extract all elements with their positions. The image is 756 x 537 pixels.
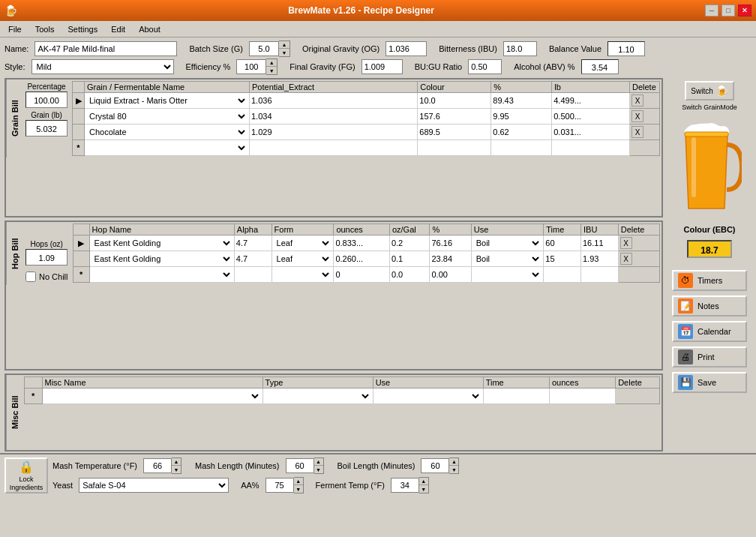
efficiency-up[interactable]: ▲: [266, 59, 277, 67]
yeast-select[interactable]: Safale S-04: [79, 478, 229, 493]
no-chill-label: No Chill: [39, 272, 68, 281]
hop-row-2: East Kent Golding 4.7 Leaf 0.260... 0.1 …: [73, 251, 659, 267]
lock-label: Lock Ingredients: [6, 476, 46, 492]
boil-length-up[interactable]: ▲: [449, 458, 458, 466]
hop-col-pct: %: [430, 224, 471, 236]
bu-gu-input[interactable]: [468, 59, 502, 74]
batch-size-label: Batch Size (G): [189, 44, 243, 53]
menu-settings[interactable]: Settings: [61, 22, 104, 36]
minimize-button[interactable]: ─: [705, 4, 718, 16]
colour-label: Colour (EBC): [683, 225, 735, 234]
hop-form-2[interactable]: Leaf: [272, 251, 334, 267]
grain-delete-3[interactable]: X: [630, 124, 660, 140]
balance-value: 1.10: [608, 41, 645, 56]
grain-cell-colour-3: 689.5: [418, 124, 491, 140]
boil-length-down[interactable]: ▼: [449, 466, 458, 473]
aa-down[interactable]: ▼: [294, 485, 303, 493]
efficiency-down[interactable]: ▼: [266, 67, 277, 74]
grain-cell-name-2[interactable]: Crystal 80: [85, 109, 250, 124]
svg-rect-4: [692, 137, 696, 197]
efficiency-input[interactable]: [236, 59, 266, 74]
aa-up[interactable]: ▲: [294, 478, 303, 485]
batch-size-input[interactable]: [249, 41, 279, 56]
mash-temp-down[interactable]: ▼: [172, 466, 181, 473]
misc-use-new[interactable]: [373, 388, 483, 404]
hop-name-1[interactable]: East Kent Golding: [89, 236, 234, 251]
ferment-temp-up[interactable]: ▲: [419, 478, 428, 485]
hop-bill-title: Hop Bill: [6, 222, 22, 285]
notes-icon: 📝: [678, 298, 693, 314]
grain-cell-name-1[interactable]: Liquid Extract - Maris Otter: [85, 93, 250, 109]
hop-delete-2[interactable]: X: [618, 251, 659, 267]
switch-grain-button[interactable]: Switch 🍺: [685, 81, 734, 100]
grain-row-arrow-2: [73, 109, 85, 124]
grain-cell-extract-1: 1.036: [250, 93, 418, 109]
notes-label: Notes: [698, 302, 719, 310]
grain-cell-name-3[interactable]: Chocolate: [85, 124, 250, 140]
hop-alpha-new: [234, 267, 272, 283]
boil-length-input[interactable]: [421, 458, 449, 473]
hop-col-ounces: ounces: [334, 224, 390, 236]
og-input[interactable]: [386, 41, 427, 56]
mash-length-up[interactable]: ▲: [314, 458, 323, 466]
bitterness-input[interactable]: [503, 41, 537, 56]
grain-cell-lb-1: 4.499...: [552, 93, 630, 109]
mash-length-input[interactable]: [286, 458, 314, 473]
menu-tools[interactable]: Tools: [28, 22, 62, 36]
grain-delete-2[interactable]: X: [630, 109, 660, 124]
timers-button[interactable]: ⏱ Timers: [672, 270, 747, 291]
mash-temp-input[interactable]: [143, 458, 172, 473]
name-input[interactable]: [34, 41, 177, 56]
grain-delete-1[interactable]: X: [630, 93, 660, 109]
boil-length-spin: ▲ ▼: [421, 458, 459, 474]
misc-type-new[interactable]: [262, 388, 373, 404]
aa-input[interactable]: [266, 478, 294, 493]
beer-mug: [678, 118, 742, 218]
mash-length-down[interactable]: ▼: [314, 466, 323, 473]
menu-file[interactable]: File: [2, 22, 28, 36]
hop-ounces-2: 0.260...: [334, 251, 390, 267]
hop-use-new[interactable]: [471, 267, 544, 283]
hop-form-new[interactable]: [272, 267, 334, 283]
menu-bar: File Tools Settings Edit About: [0, 21, 756, 38]
abv-label: Alcohol (ABV) %: [514, 62, 574, 71]
mash-temp-up[interactable]: ▲: [172, 458, 181, 466]
grain-row-arrow-1: ▶: [73, 93, 85, 109]
ferment-temp-down[interactable]: ▼: [419, 485, 428, 493]
misc-name-new[interactable]: [42, 388, 262, 404]
grain-cell-name-new[interactable]: [85, 140, 250, 156]
grain-cell-pct-1: 89.43: [491, 93, 552, 109]
hop-use-1[interactable]: Boil: [471, 236, 544, 251]
print-button[interactable]: 🖨 Print: [672, 346, 747, 368]
close-button[interactable]: ✕: [738, 4, 752, 16]
ferment-temp-input[interactable]: [391, 478, 419, 493]
menu-about[interactable]: About: [132, 22, 167, 36]
maximize-button[interactable]: □: [722, 4, 735, 16]
no-chill-checkbox[interactable]: [26, 272, 36, 282]
hop-star: *: [73, 267, 89, 283]
hop-use-2[interactable]: Boil: [471, 251, 544, 267]
hop-delete-1[interactable]: X: [618, 236, 659, 251]
mash-temp-spin: ▲ ▼: [143, 458, 182, 474]
hop-row-new: * 0 0.0 0.00: [73, 267, 659, 283]
calendar-button[interactable]: 📅 Calendar: [672, 321, 747, 342]
batch-size-up[interactable]: ▲: [279, 41, 290, 49]
misc-ounces-new: [549, 388, 615, 404]
grain-metrics: Percentage 100.00 Grain (lb) 5.032: [22, 80, 70, 158]
menu-edit[interactable]: Edit: [104, 22, 132, 36]
hop-name-new[interactable]: [89, 267, 234, 283]
notes-button[interactable]: 📝 Notes: [672, 296, 747, 316]
style-label: Style:: [4, 62, 26, 71]
mash-temp-label: Mash Temperature (°F): [52, 461, 137, 470]
lock-ingredients-button[interactable]: 🔒 Lock Ingredients: [4, 458, 48, 494]
hop-form-1[interactable]: Leaf: [272, 236, 334, 251]
hop-pct-2: 23.84: [430, 251, 471, 267]
style-select[interactable]: Mild: [32, 59, 174, 74]
save-button[interactable]: 💾 Save: [672, 372, 747, 393]
fg-input[interactable]: [362, 59, 403, 74]
svg-rect-5: [685, 132, 728, 136]
grain-star: *: [73, 140, 85, 156]
batch-size-down[interactable]: ▼: [279, 49, 290, 56]
hop-name-2[interactable]: East Kent Golding: [89, 251, 234, 267]
percentage-label: Percentage: [27, 82, 65, 91]
